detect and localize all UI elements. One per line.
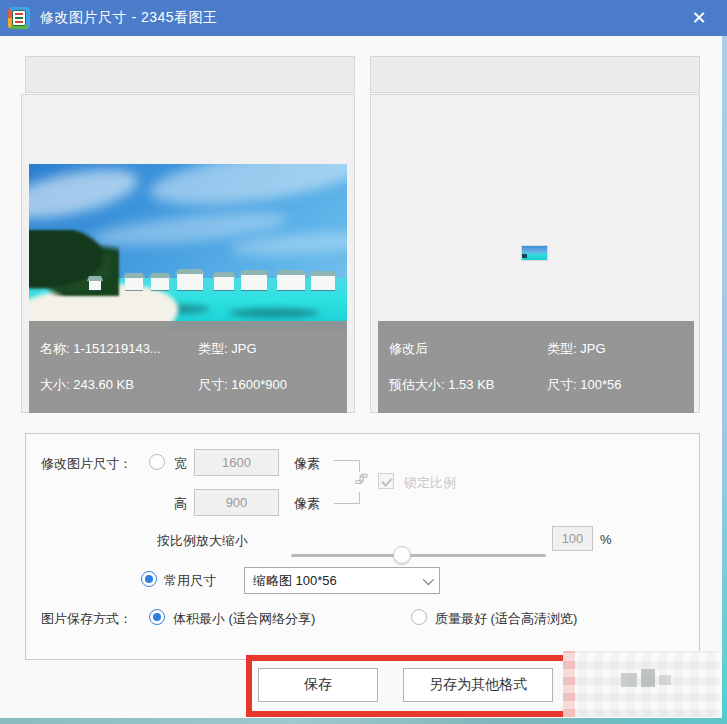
common-size-radio[interactable] — [141, 571, 157, 587]
link-bracket-bottom — [334, 492, 360, 504]
background-app-bottom-edge — [0, 718, 727, 724]
percent-label: % — [600, 532, 612, 547]
original-panel-header — [25, 56, 355, 93]
title-bar: 修改图片尺寸 - 2345看图王 ✕ — [0, 0, 727, 36]
settings-panel: 修改图片尺寸： 宽 1600 像素 高 900 像素 🖇 锁定比例 按比例放大缩… — [25, 433, 700, 660]
original-size: 大小: 243.60 KB — [40, 376, 198, 394]
scale-label: 按比例放大缩小 — [157, 532, 248, 550]
bungalows — [29, 264, 347, 290]
original-name: 名称: 1-151219143... — [40, 340, 198, 358]
modified-panel-header — [370, 56, 700, 93]
modified-preview-panel: 修改后 类型: JPG 预估大小: 1.53 KB 尺寸: 100*56 — [370, 94, 700, 413]
save-button[interactable]: 保存 — [258, 668, 378, 702]
width-label: 宽 — [174, 455, 187, 473]
scale-slider-thumb[interactable] — [393, 546, 411, 564]
modified-image-thumbnail — [522, 246, 547, 260]
chevron-down-icon — [423, 573, 434, 584]
width-unit-label: 像素 — [294, 455, 320, 473]
common-size-dropdown[interactable]: 缩略图 100*56 — [244, 567, 440, 594]
save-mode-smallest-radio[interactable] — [149, 609, 165, 625]
lock-ratio-label: 锁定比例 — [404, 474, 456, 492]
modified-size: 预估大小: 1.53 KB — [389, 376, 547, 394]
original-info-overlay: 名称: 1-151219143... 类型: JPG 大小: 243.60 KB… — [29, 321, 347, 413]
save-mode-smallest-label: 体积最小 (适合网络分享) — [173, 610, 315, 628]
resize-dialog: 修改图片尺寸 - 2345看图王 ✕ 名称: 1-151219143... — [0, 0, 727, 724]
window-title: 修改图片尺寸 - 2345看图王 — [40, 9, 218, 27]
scale-percent-input[interactable]: 100 — [552, 526, 593, 551]
link-chain-icon: 🖇 — [354, 470, 369, 487]
app-logo-icon — [8, 7, 30, 29]
pixelated-watermark — [563, 651, 719, 717]
scale-slider[interactable] — [291, 554, 546, 557]
width-input[interactable]: 1600 — [194, 449, 279, 476]
save-mode-best-label: 质量最好 (适合高清浏览) — [435, 610, 577, 628]
original-preview-panel: 名称: 1-151219143... 类型: JPG 大小: 243.60 KB… — [21, 94, 355, 413]
common-size-label: 常用尺寸 — [164, 572, 216, 590]
original-type: 类型: JPG — [198, 340, 257, 358]
resize-section-label: 修改图片尺寸： — [41, 455, 132, 473]
height-input[interactable]: 900 — [194, 489, 279, 516]
original-image-preview — [29, 164, 347, 330]
modified-type: 类型: JPG — [547, 340, 606, 358]
modified-title: 修改后 — [389, 340, 547, 358]
modified-info-overlay: 修改后 类型: JPG 预估大小: 1.53 KB 尺寸: 100*56 — [378, 321, 694, 413]
save-mode-label: 图片保存方式： — [41, 610, 132, 628]
close-icon[interactable]: ✕ — [685, 6, 713, 30]
common-size-value: 缩略图 100*56 — [253, 572, 337, 590]
background-app-edge — [722, 36, 727, 724]
height-unit-label: 像素 — [294, 495, 320, 513]
custom-size-radio[interactable] — [149, 454, 165, 470]
modified-dimensions: 尺寸: 100*56 — [547, 376, 621, 394]
original-dimensions: 尺寸: 1600*900 — [198, 376, 287, 394]
height-label: 高 — [174, 495, 187, 513]
lock-ratio-checkbox[interactable] — [378, 473, 394, 489]
save-mode-best-radio[interactable] — [411, 609, 427, 625]
save-as-other-format-button[interactable]: 另存为其他格式 — [403, 668, 553, 702]
